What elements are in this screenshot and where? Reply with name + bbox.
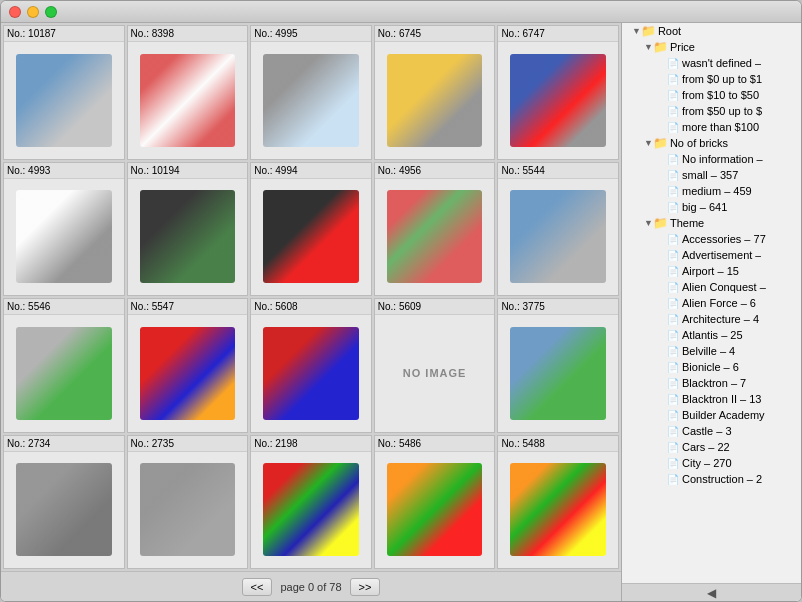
cell-image: NO IMAGE [375, 315, 495, 432]
tree-item-21[interactable]: 📄Bionicle – 6 [622, 359, 801, 375]
cell-label: No.: 5486 [375, 436, 495, 452]
expand-triangle-icon: ▼ [644, 218, 653, 228]
cell-label: No.: 5547 [128, 299, 248, 315]
grid-item-5544[interactable]: No.: 5544 [497, 162, 619, 297]
filter-tree: ▼📁Root▼📁Price📄wasn't defined –📄from $0 u… [622, 23, 801, 583]
grid-item-4994[interactable]: No.: 4994 [250, 162, 372, 297]
grid-item-8398[interactable]: No.: 8398 [127, 25, 249, 160]
tree-item-27[interactable]: 📄City – 270 [622, 455, 801, 471]
maximize-button[interactable] [45, 6, 57, 18]
lego-thumbnail [510, 463, 606, 556]
tree-item-4[interactable]: 📄from $10 to $50 [622, 87, 801, 103]
tree-item-9[interactable]: 📄small – 357 [622, 167, 801, 183]
cell-image [4, 315, 124, 432]
tree-item-14[interactable]: 📄Advertisement – [622, 247, 801, 263]
grid-item-4993[interactable]: No.: 4993 [3, 162, 125, 297]
tree-item-26[interactable]: 📄Cars – 22 [622, 439, 801, 455]
grid-item-2198[interactable]: No.: 2198 [250, 435, 372, 570]
prev-page-button[interactable]: << [242, 578, 273, 596]
tree-item-2[interactable]: 📄wasn't defined – [622, 55, 801, 71]
expand-triangle-icon: ▼ [632, 26, 641, 36]
tree-item-label: from $0 up to $1 [682, 73, 762, 85]
tree-item-15[interactable]: 📄Airport – 15 [622, 263, 801, 279]
tree-item-label: Builder Academy [682, 409, 765, 421]
grid-item-5608[interactable]: No.: 5608 [250, 298, 372, 433]
cell-image [128, 179, 248, 296]
file-icon: 📄 [666, 472, 680, 486]
tree-item-19[interactable]: 📄Atlantis – 25 [622, 327, 801, 343]
cell-label: No.: 2198 [251, 436, 371, 452]
tree-item-0[interactable]: ▼📁Root [622, 23, 801, 39]
minimize-button[interactable] [27, 6, 39, 18]
grid-item-5546[interactable]: No.: 5546 [3, 298, 125, 433]
tree-item-10[interactable]: 📄medium – 459 [622, 183, 801, 199]
grid-item-5488[interactable]: No.: 5488 [497, 435, 619, 570]
cell-image [128, 315, 248, 432]
cell-label: No.: 6745 [375, 26, 495, 42]
grid-item-3775[interactable]: No.: 3775 [497, 298, 619, 433]
content-area: No.: 10187No.: 8398No.: 4995No.: 6745No.… [1, 23, 801, 601]
file-icon: 📄 [666, 232, 680, 246]
tree-item-12[interactable]: ▼📁Theme [622, 215, 801, 231]
tree-item-17[interactable]: 📄Alien Force – 6 [622, 295, 801, 311]
file-icon: 📄 [666, 312, 680, 326]
tree-item-1[interactable]: ▼📁Price [622, 39, 801, 55]
tree-item-label: more than $100 [682, 121, 759, 133]
file-icon: 📄 [666, 344, 680, 358]
lego-thumbnail [16, 54, 112, 147]
cell-label: No.: 5546 [4, 299, 124, 315]
cell-label: No.: 5488 [498, 436, 618, 452]
grid-item-2735[interactable]: No.: 2735 [127, 435, 249, 570]
tree-item-18[interactable]: 📄Architecture – 4 [622, 311, 801, 327]
file-icon: 📄 [666, 152, 680, 166]
file-icon: 📄 [666, 264, 680, 278]
grid-item-10187[interactable]: No.: 10187 [3, 25, 125, 160]
tree-item-24[interactable]: 📄Builder Academy [622, 407, 801, 423]
folder-icon: 📁 [654, 216, 668, 230]
tree-item-label: Construction – 2 [682, 473, 762, 485]
tree-item-25[interactable]: 📄Castle – 3 [622, 423, 801, 439]
lego-thumbnail [387, 54, 483, 147]
tree-item-3[interactable]: 📄from $0 up to $1 [622, 71, 801, 87]
file-icon: 📄 [666, 360, 680, 374]
cell-label: No.: 4994 [251, 163, 371, 179]
lego-thumbnail [16, 190, 112, 283]
lego-thumbnail [16, 327, 112, 420]
grid-item-6745[interactable]: No.: 6745 [374, 25, 496, 160]
tree-item-label: medium – 459 [682, 185, 752, 197]
cell-image [4, 179, 124, 296]
grid-item-4956[interactable]: No.: 4956 [374, 162, 496, 297]
grid-item-6747[interactable]: No.: 6747 [497, 25, 619, 160]
no-image-text: NO IMAGE [375, 315, 495, 432]
grid-item-2734[interactable]: No.: 2734 [3, 435, 125, 570]
cell-label: No.: 2734 [4, 436, 124, 452]
grid-item-5486[interactable]: No.: 5486 [374, 435, 496, 570]
grid-item-5609[interactable]: No.: 5609NO IMAGE [374, 298, 496, 433]
expand-triangle-icon: ▼ [644, 138, 653, 148]
file-icon: 📄 [666, 408, 680, 422]
tree-item-8[interactable]: 📄No information – [622, 151, 801, 167]
tree-item-6[interactable]: 📄more than $100 [622, 119, 801, 135]
tree-item-20[interactable]: 📄Belville – 4 [622, 343, 801, 359]
tree-item-28[interactable]: 📄Construction – 2 [622, 471, 801, 487]
grid-item-10194[interactable]: No.: 10194 [127, 162, 249, 297]
folder-icon: 📁 [642, 24, 656, 38]
close-button[interactable] [9, 6, 21, 18]
filter-panel: ▼📁Root▼📁Price📄wasn't defined –📄from $0 u… [621, 23, 801, 601]
tree-item-7[interactable]: ▼📁No of bricks [622, 135, 801, 151]
tree-item-11[interactable]: 📄big – 641 [622, 199, 801, 215]
tree-item-13[interactable]: 📄Accessories – 77 [622, 231, 801, 247]
grid-item-5547[interactable]: No.: 5547 [127, 298, 249, 433]
file-icon: 📄 [666, 200, 680, 214]
next-page-button[interactable]: >> [350, 578, 381, 596]
image-panel: No.: 10187No.: 8398No.: 4995No.: 6745No.… [1, 23, 621, 601]
tree-item-5[interactable]: 📄from $50 up to $ [622, 103, 801, 119]
main-window: No.: 10187No.: 8398No.: 4995No.: 6745No.… [0, 0, 802, 602]
grid-item-4995[interactable]: No.: 4995 [250, 25, 372, 160]
tree-item-16[interactable]: 📄Alien Conquest – [622, 279, 801, 295]
tree-item-23[interactable]: 📄Blacktron II – 13 [622, 391, 801, 407]
filter-collapse-icon[interactable]: ◀ [707, 586, 716, 600]
lego-thumbnail [510, 190, 606, 283]
tree-item-22[interactable]: 📄Blacktron – 7 [622, 375, 801, 391]
cell-image [251, 42, 371, 159]
